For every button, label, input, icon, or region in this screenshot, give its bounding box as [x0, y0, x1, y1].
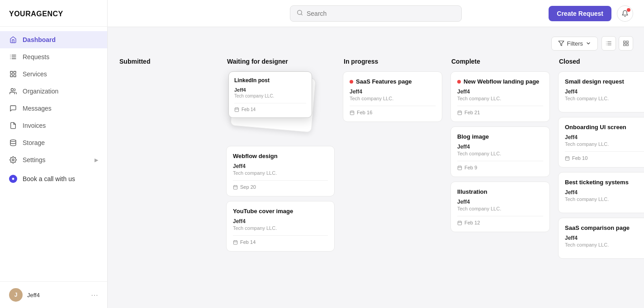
card-date: Feb 21	[457, 106, 543, 115]
view-toggle	[601, 36, 633, 51]
sidebar-item-invoices[interactable]: Invoices	[0, 117, 107, 134]
database-icon	[9, 139, 17, 147]
column-closed: Closed Small design request Jeff4 Tech c…	[558, 58, 644, 259]
main-content: Create Request Filters	[108, 0, 644, 308]
card-title: SaaS comparison page	[565, 224, 644, 231]
list-icon	[9, 53, 17, 61]
sidebar-item-organization[interactable]: Organization	[0, 83, 107, 100]
card-blog-image[interactable]: Blog image Jeff4 Tech company LLC. Feb 9	[450, 126, 550, 177]
card-company: Tech company LLC.	[233, 225, 328, 231]
sidebar-item-label: Messages	[23, 105, 52, 112]
sidebar-item-services[interactable]: Services	[0, 65, 107, 83]
card-title: Webflow design	[233, 153, 328, 159]
card-date: Feb 9	[457, 161, 543, 170]
svg-rect-6	[10, 71, 13, 74]
sidebar-item-dashboard[interactable]: Dashboard	[0, 31, 107, 48]
create-request-button[interactable]: Create Request	[549, 6, 611, 21]
notification-button[interactable]	[617, 5, 633, 22]
board-toolbar: Filters	[118, 36, 633, 51]
svg-rect-26	[624, 44, 625, 46]
sidebar-item-storage[interactable]: Storage	[0, 134, 107, 151]
drag-card-front[interactable]: LinkedIn post Jeff4 Tech company LLC. Fe…	[228, 71, 312, 118]
svg-point-12	[12, 159, 14, 161]
card-date: Feb 10	[565, 151, 644, 161]
svg-point-11	[10, 140, 16, 141]
card-company: Tech company LLC.	[234, 93, 306, 98]
card-onboarding-ui[interactable]: Onboarding UI screen Jeff4 Tech company …	[558, 117, 644, 168]
card-saas-comparison[interactable]: SaaS comparison page Jeff4 Tech company …	[558, 218, 644, 259]
sidebar-item-label: Requests	[23, 53, 49, 61]
card-small-design[interactable]: Small design request Jeff4 Tech company …	[558, 71, 644, 112]
column-header-waiting: Waiting for designer	[226, 58, 335, 65]
footer-username: Jeff4	[27, 292, 86, 299]
card-best-ticketing[interactable]: Best ticketing systems Jeff4 Tech compan…	[558, 172, 644, 213]
sidebar-item-label: Services	[23, 70, 47, 78]
sidebar-item-label: Organization	[23, 88, 58, 95]
search-icon	[297, 9, 303, 18]
card-user: Jeff4	[457, 144, 543, 150]
list-view-button[interactable]	[601, 36, 616, 51]
card-date: Feb 14	[234, 103, 306, 112]
sidebar-item-label: Settings	[23, 156, 46, 163]
svg-rect-51	[458, 221, 461, 224]
card-date: Feb 14	[233, 235, 328, 245]
sidebar-item-book-call[interactable]: Book a call with us	[0, 170, 107, 187]
footer-menu-icon[interactable]: ⋯	[91, 291, 98, 299]
column-header-submitted: Submitted	[118, 58, 218, 65]
card-user: Jeff4	[233, 218, 328, 224]
svg-rect-47	[458, 166, 461, 169]
svg-rect-9	[10, 75, 13, 77]
card-user: Jeff4	[565, 89, 644, 95]
card-user: Jeff4	[565, 189, 644, 196]
card-company: Tech company LLC.	[457, 151, 543, 156]
card-user: Jeff4	[233, 163, 328, 169]
card-saas-features[interactable]: SaaS Features page Jeff4 Tech company LL…	[343, 71, 442, 122]
sidebar-item-messages[interactable]: Messages	[0, 100, 107, 117]
card-youtube-cover[interactable]: YouTube cover image Jeff4 Tech company L…	[226, 201, 335, 252]
svg-rect-35	[233, 240, 237, 244]
svg-marker-16	[559, 41, 564, 46]
sidebar-item-settings[interactable]: Settings ▶	[0, 151, 107, 168]
svg-rect-27	[235, 108, 238, 112]
card-user: Jeff4	[457, 89, 543, 95]
card-date: Feb 12	[457, 216, 543, 225]
card-webflow-landing[interactable]: New Webflow landing page Jeff4 Tech comp…	[450, 71, 550, 122]
search-input[interactable]	[307, 10, 455, 17]
status-dot-red	[457, 80, 461, 84]
card-title: Illustration	[457, 188, 543, 195]
card-company: Tech company LLC.	[565, 96, 644, 101]
column-complete: Complete New Webflow landing page Jeff4 …	[450, 58, 550, 232]
svg-point-13	[12, 178, 14, 180]
svg-rect-43	[458, 111, 461, 114]
svg-point-10	[11, 89, 13, 91]
svg-rect-24	[626, 41, 628, 43]
card-title: YouTube cover image	[233, 208, 328, 215]
message-icon	[9, 104, 17, 112]
card-user: Jeff4	[457, 199, 543, 205]
kanban-cards-complete: New Webflow landing page Jeff4 Tech comp…	[450, 71, 550, 232]
card-user: Jeff4	[565, 235, 644, 241]
users-icon	[9, 87, 17, 95]
kanban-cards-closed: Small design request Jeff4 Tech company …	[558, 71, 644, 259]
filters-label: Filters	[567, 40, 583, 47]
sidebar: YOURAGENCY Dashboard Requests	[0, 0, 108, 308]
topbar: Create Request	[108, 0, 644, 27]
sidebar-item-label: Book a call with us	[23, 175, 75, 182]
grid-icon	[9, 70, 17, 78]
column-header-closed: Closed	[558, 58, 644, 65]
card-title: Blog image	[457, 133, 543, 140]
filters-button[interactable]: Filters	[551, 37, 598, 51]
sidebar-item-requests[interactable]: Requests	[0, 48, 107, 65]
dragging-card-container: LinkedIn post Jeff4 Tech company LLC. Fe…	[226, 71, 335, 137]
grid-view-button[interactable]	[619, 36, 633, 51]
sidebar-footer: J Jeff4 ⋯	[0, 281, 107, 308]
card-illustration[interactable]: Illustration Jeff4 Tech company LLC. Feb…	[450, 182, 550, 232]
column-header-complete: Complete	[450, 58, 550, 65]
card-title: Small design request	[565, 78, 644, 85]
home-icon	[9, 36, 17, 44]
svg-rect-8	[14, 75, 16, 77]
file-icon	[9, 121, 17, 130]
sidebar-item-label: Storage	[23, 139, 45, 146]
card-webflow-design[interactable]: Webflow design Jeff4 Tech company LLC. S…	[226, 146, 335, 196]
svg-line-15	[301, 14, 303, 15]
